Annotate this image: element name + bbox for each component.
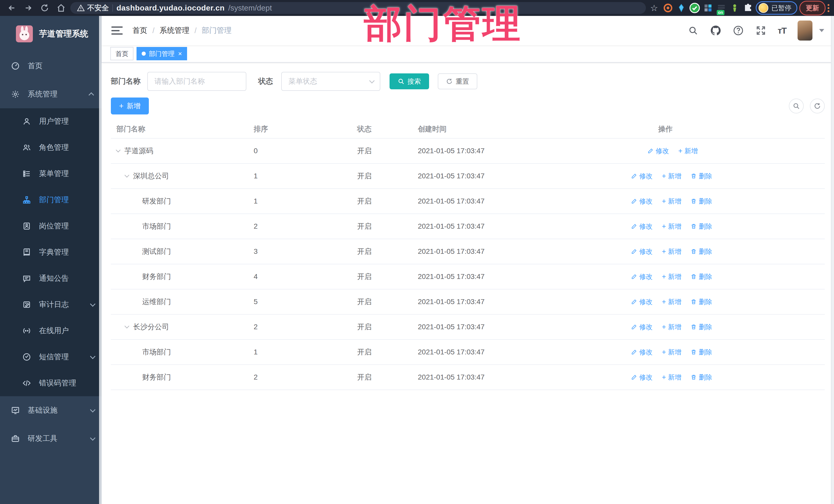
add-link[interactable]: +新增 (662, 323, 681, 332)
add-link[interactable]: +新增 (662, 222, 681, 231)
announcement-icon (22, 274, 31, 283)
bookmark-star-icon[interactable]: ☆ (648, 3, 660, 13)
sidebar-item-post[interactable]: 岗位管理 (0, 213, 102, 239)
status-text: 开启 (357, 372, 418, 382)
search-icon[interactable] (687, 25, 699, 36)
add-link[interactable]: +新增 (662, 172, 681, 181)
back-icon[interactable] (5, 1, 19, 15)
dept-name-input[interactable] (147, 72, 246, 91)
sidebar-item-tools[interactable]: 研发工具 (0, 424, 102, 453)
chevron-down-icon (90, 354, 95, 359)
add-link[interactable]: +新增 (662, 272, 681, 281)
reset-button[interactable]: 重置 (438, 73, 477, 89)
edit-link[interactable]: 修改 (631, 197, 653, 206)
sidebar-item-role[interactable]: 角色管理 (0, 134, 102, 161)
status-select[interactable]: 菜单状态 (281, 72, 380, 91)
table-row: 研发部门 1 开启 2021-01-05 17:03:47 修改 +新增 删除 (111, 189, 825, 214)
sidebar-item-system[interactable]: 系统管理 (0, 80, 102, 108)
dashboard-icon (11, 61, 20, 70)
sidebar-item-menu[interactable]: 菜单管理 (0, 161, 102, 187)
status-text: 开启 (357, 196, 418, 206)
edit-link[interactable]: 修改 (631, 373, 653, 382)
edit-link[interactable]: 修改 (631, 272, 653, 281)
extension-figure-icon[interactable] (729, 2, 740, 14)
profile-paused-chip[interactable]: 已暂停 (756, 1, 797, 15)
sidebar-item-errcode[interactable]: 错误码管理 (0, 370, 102, 396)
delete-link[interactable]: 删除 (690, 172, 712, 181)
extension-gem-icon[interactable] (676, 2, 687, 14)
main-area: 首页 / 系统管理 / 部门管理 (102, 16, 834, 504)
edit-link[interactable]: 修改 (631, 348, 653, 357)
reload-icon[interactable] (38, 1, 52, 15)
tag-dept[interactable]: 部门管理 × (136, 47, 187, 60)
refresh-button[interactable] (810, 98, 825, 113)
sidebar-item-notice[interactable]: 通知公告 (0, 265, 102, 291)
home-icon[interactable] (54, 1, 68, 15)
add-link[interactable]: +新增 (662, 298, 681, 306)
expand-caret-icon[interactable] (125, 173, 129, 177)
add-link[interactable]: +新增 (662, 373, 681, 382)
user-icon (22, 117, 31, 126)
delete-link[interactable]: 删除 (690, 247, 712, 256)
extension-list-on-icon[interactable]: on (716, 2, 727, 14)
breadcrumb-system[interactable]: 系统管理 (160, 25, 190, 36)
sidebar-item-dict[interactable]: 字典管理 (0, 239, 102, 265)
extension-tiles-icon[interactable] (702, 2, 714, 14)
help-icon[interactable] (733, 25, 744, 36)
user-menu-caret-icon[interactable] (819, 29, 824, 32)
expand-caret-icon[interactable] (116, 148, 120, 152)
sidebar-item-audit[interactable]: 审计日志 (0, 291, 102, 318)
sidebar-item-user[interactable]: 用户管理 (0, 108, 102, 134)
page-scrollbar[interactable] (831, 16, 834, 504)
delete-link[interactable]: 删除 (690, 197, 712, 206)
url-bar[interactable]: 不安全 dashboard.yudao.iocoder.cn /system/d… (70, 2, 646, 14)
url-path: /system/dept (228, 4, 272, 12)
sidebar-item-infra[interactable]: 基础设施 (0, 396, 102, 424)
sidebar-item-dept[interactable]: 部门管理 (0, 187, 102, 213)
delete-link[interactable]: 删除 (690, 298, 712, 306)
extension-target-icon[interactable] (662, 2, 674, 14)
breadcrumb-home[interactable]: 首页 (132, 25, 147, 36)
close-tag-icon[interactable]: × (178, 50, 182, 57)
add-link[interactable]: +新增 (662, 247, 681, 256)
edit-link[interactable]: 修改 (631, 323, 653, 332)
extensions-puzzle-icon[interactable] (742, 2, 754, 14)
fullscreen-icon[interactable] (755, 25, 767, 36)
add-button[interactable]: + 新增 (111, 97, 149, 114)
tag-home[interactable]: 首页 (110, 47, 133, 60)
expand-caret-icon[interactable] (125, 324, 129, 328)
toolbox-icon (11, 434, 20, 443)
add-link[interactable]: +新增 (662, 348, 681, 357)
sidebar-item-sms[interactable]: 短信管理 (0, 344, 102, 370)
delete-link[interactable]: 删除 (690, 222, 712, 231)
delete-link[interactable]: 删除 (690, 323, 712, 332)
sidebar: 芋道管理系统 首页 系统管理 用户管 (0, 16, 102, 504)
forward-icon[interactable] (21, 1, 36, 15)
add-link[interactable]: +新增 (678, 147, 698, 155)
font-size-icon[interactable]: тT (778, 26, 786, 36)
not-secure-warning[interactable]: 不安全 (77, 3, 109, 13)
search-button[interactable]: 搜索 (390, 73, 429, 89)
edit-link[interactable]: 修改 (631, 222, 653, 231)
toggle-search-button[interactable] (789, 98, 804, 113)
edit-link[interactable]: 修改 (631, 172, 653, 181)
extension-check-icon[interactable] (689, 2, 700, 14)
sidebar-item-home[interactable]: 首页 (0, 52, 102, 80)
sidebar-item-online[interactable]: 在线用户 (0, 318, 102, 344)
delete-link[interactable]: 删除 (690, 272, 712, 281)
add-link[interactable]: +新增 (662, 197, 681, 206)
edit-link[interactable]: 修改 (648, 147, 669, 155)
collapse-sidebar-icon[interactable] (111, 25, 123, 36)
user-avatar[interactable] (797, 21, 812, 41)
github-icon[interactable] (710, 25, 721, 36)
chrome-menu-icon[interactable] (828, 4, 829, 12)
update-button[interactable]: 更新 (799, 1, 826, 15)
edit-link[interactable]: 修改 (631, 298, 653, 306)
delete-link[interactable]: 删除 (690, 348, 712, 357)
screen: 不安全 dashboard.yudao.iocoder.cn /system/d… (0, 0, 834, 504)
table-row: 芋道源码 0 开启 2021-01-05 17:03:47 修改 +新增 (111, 138, 825, 164)
edit-link[interactable]: 修改 (631, 247, 653, 256)
table-header-row: 部门名称 排序 状态 创建时间 操作 (111, 120, 825, 138)
sidebar-scrollbar[interactable] (99, 16, 102, 504)
delete-link[interactable]: 删除 (690, 373, 712, 382)
